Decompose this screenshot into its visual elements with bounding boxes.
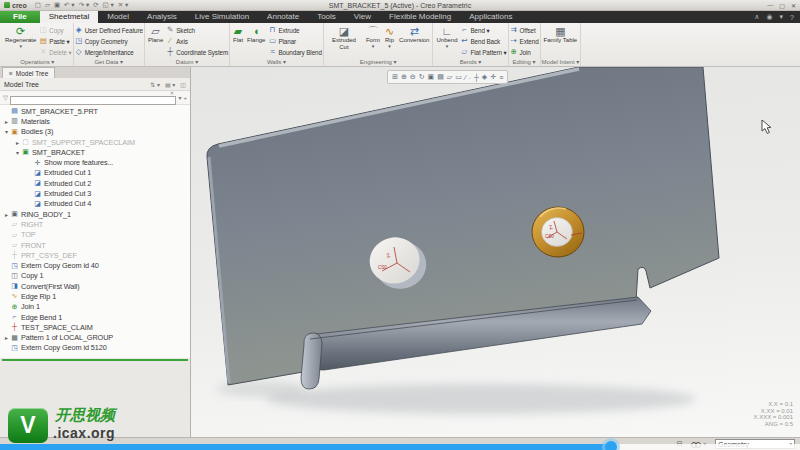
tree-expand-arrow[interactable] <box>3 334 10 341</box>
redo-icon[interactable]: ↷ ▾ <box>79 1 90 9</box>
flat-pattern-button[interactable]: ▱ Flat Pattern ▾ <box>461 47 507 57</box>
flat-button[interactable]: ▰ Flat <box>231 24 245 45</box>
copy-button[interactable]: ◫ Copy <box>39 25 71 35</box>
bend-back-button[interactable]: ↩ Bend Back <box>461 36 507 46</box>
group-label-operations[interactable]: Operations ▾ <box>3 57 72 66</box>
tree-search-input[interactable] <box>10 96 176 105</box>
restore-button[interactable]: ▢ <box>779 2 785 9</box>
extend-button[interactable]: ⇢ Extend <box>510 36 539 46</box>
delete-button[interactable]: ✕ Delete ▾ <box>39 47 71 57</box>
tree-item[interactable]: ▱ FRONT <box>0 240 190 250</box>
help-icon[interactable]: ? <box>790 14 794 21</box>
tree-item[interactable]: ▣ SMT_BRACKET <box>0 147 190 157</box>
tree-item[interactable]: ∿ Edge Rip 1 <box>0 291 190 301</box>
ribbon-tab[interactable]: Applications <box>460 11 521 23</box>
axis-display-icon[interactable]: ∕ <box>465 74 466 81</box>
clear-search-icon[interactable]: ✕ <box>170 90 175 96</box>
merge-inheritance-button[interactable]: ◇ Merge/Inheritance <box>75 47 143 57</box>
ribbon-tab[interactable]: Model <box>98 11 138 23</box>
tree-item[interactable]: ⌐ Edge Bend 1 <box>0 312 190 322</box>
group-label-get-data[interactable]: Get Data ▾ <box>75 57 143 66</box>
repaint-icon[interactable]: ↻ <box>419 73 425 81</box>
family-table-button[interactable]: ▦ Family Table <box>542 24 580 45</box>
tree-item[interactable]: ◪ Extruded Cut 4 <box>0 199 190 209</box>
axis-button[interactable]: ∕ Axis <box>166 36 228 46</box>
tree-item[interactable]: ◪ Extruded Cut 2 <box>0 178 190 188</box>
3d-model-view[interactable]: Z CS0 Z CS0 <box>191 67 800 437</box>
options-arrow-icon[interactable]: ▾ <box>780 13 784 21</box>
close-button[interactable]: ✕ <box>791 2 796 9</box>
plane-display-icon[interactable]: ▭ <box>455 73 462 81</box>
tree-item[interactable]: ✛ Show more features... <box>0 157 190 167</box>
open-file-icon[interactable]: ▱ <box>45 1 50 9</box>
group-label-walls[interactable]: Walls ▾ <box>231 57 322 66</box>
bend-button[interactable]: ⌐ Bend ▾ <box>461 25 507 35</box>
tree-item[interactable]: ▤ SMT_BRACKET_5.PRT <box>0 106 190 116</box>
paste-button[interactable]: ▤ Paste ▾ <box>39 36 71 46</box>
ribbon-tab[interactable]: Flexible Modeling <box>380 11 460 23</box>
unbend-button[interactable]: ∟ Unbend ▾ <box>434 24 459 50</box>
point-display-icon[interactable]: ∙ <box>469 74 471 81</box>
filter-funnel-icon[interactable]: ▽ <box>3 94 8 102</box>
new-file-icon[interactable]: ▢ <box>35 1 41 9</box>
tree-item[interactable]: ▦ Pattern 1 of LOCAL_GROUP <box>0 333 190 343</box>
csys-display-icon[interactable]: ┼ <box>474 74 479 81</box>
tree-item[interactable]: ◨ Convert(First Wall) <box>0 281 190 291</box>
flange-button[interactable]: ◖ Flange <box>245 24 267 45</box>
conversion-button[interactable]: ⇄ Conversion <box>397 24 431 45</box>
ribbon-tab[interactable]: File <box>0 11 40 23</box>
planar-button[interactable]: ▭ Planar <box>268 36 321 46</box>
shading-style-icon[interactable]: ▣ <box>428 73 435 81</box>
ribbon-tab[interactable]: Analysis <box>138 11 186 23</box>
undo-icon[interactable]: ↶ ▾ <box>64 1 75 9</box>
tree-item[interactable]: ▱ RIGHT <box>0 219 190 229</box>
tree-item[interactable]: ┼ PRT_CSYS_DEF <box>0 250 190 260</box>
tree-item[interactable]: ┼ TEST_SPACE_CLAIM <box>0 322 190 332</box>
boundary-blend-button[interactable]: ≈ Boundary Blend <box>268 47 321 57</box>
rip-button[interactable]: ∿ Rip ▾ <box>383 24 396 50</box>
tree-expand-arrow[interactable] <box>3 128 10 135</box>
coordinate-system-button[interactable]: ┼ Coordinate System <box>166 47 228 57</box>
plane-button[interactable]: ▱ Plane <box>146 24 165 45</box>
tree-expand-arrow[interactable] <box>3 118 10 125</box>
brass-insert[interactable]: Z CS0 <box>532 207 584 257</box>
ribbon-tab[interactable]: View <box>345 11 380 23</box>
ribbon-tab[interactable]: Tools <box>308 11 345 23</box>
presence-icon[interactable]: ◉ <box>766 13 772 21</box>
window-icon[interactable]: ◱ ▾ <box>103 1 114 9</box>
regenerate-button[interactable]: ⟳ Regenerate ▾ <box>3 24 38 50</box>
group-label-engineering[interactable]: Engineering ▾ <box>325 57 432 66</box>
tree-filters-icon[interactable]: ⇅ ▾ <box>150 81 160 88</box>
tree-item[interactable]: ◪ Extruded Cut 3 <box>0 188 190 198</box>
copy-geometry-button[interactable]: ◳ Copy Geometry <box>75 36 143 46</box>
tree-item[interactable]: ◳ Extern Copy Geom id 5120 <box>0 343 190 353</box>
ribbon-tab[interactable]: Annotate <box>258 11 308 23</box>
refit-icon[interactable]: ⊞ <box>392 73 398 81</box>
tree-item[interactable]: ▣ RING_BODY_1 <box>0 209 190 219</box>
extrude-button[interactable]: ⊓ Extrude <box>268 25 321 35</box>
spin-center-icon[interactable]: ✛ <box>490 73 496 81</box>
tree-item[interactable]: ▢ SMT_SUPPORT_SPACECLAIM <box>0 137 190 147</box>
regenerate-qat-icon[interactable]: ⟳ <box>93 1 98 9</box>
group-label-model-intent[interactable]: Model Intent ▾ <box>542 57 580 66</box>
video-progress-handle[interactable] <box>605 441 617 450</box>
minimize-button[interactable]: — <box>767 2 773 9</box>
group-label-bends[interactable]: Bends ▾ <box>434 57 506 66</box>
extruded-cut-button[interactable]: ◪ Extruded Cut <box>325 24 363 51</box>
group-label-datum[interactable]: Datum ▾ <box>146 57 228 66</box>
tree-item[interactable]: ▥ Materials <box>0 116 190 126</box>
close-window-icon[interactable]: ✕ ▾ <box>118 1 129 9</box>
tree-item[interactable]: ◫ Copy 1 <box>0 271 190 281</box>
form-button[interactable]: ⌒ Form ▾ <box>364 24 382 50</box>
view-manager-icon[interactable]: ≡ <box>499 74 503 81</box>
tree-expand-arrow[interactable] <box>14 139 21 146</box>
save-icon[interactable]: ▣ <box>54 1 60 9</box>
tree-expand-arrow[interactable] <box>3 211 10 218</box>
join-button[interactable]: ⊕ Join <box>510 47 539 57</box>
insert-here-indicator[interactable] <box>2 359 188 361</box>
tree-item[interactable]: ▱ TOP <box>0 230 190 240</box>
ribbon-tab[interactable]: Sheetmetal <box>40 11 98 23</box>
display-style-icon[interactable]: ▤ <box>437 73 444 81</box>
tree-settings-icon[interactable]: ▤ ▾ <box>165 81 175 88</box>
annotation-display-icon[interactable]: ◈ <box>482 73 487 81</box>
